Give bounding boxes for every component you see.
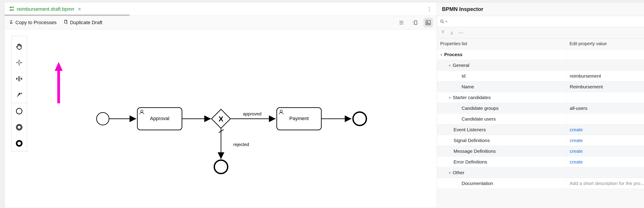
task-approval-label: Approval xyxy=(150,116,170,121)
prop-id-value[interactable]: reimbursement xyxy=(566,71,644,81)
copy-to-processes-button[interactable]: Copy to Processes xyxy=(9,20,57,26)
diagram-canvas[interactable]: Approval X approved r xyxy=(5,29,437,208)
nav-minus-icon[interactable]: — xyxy=(458,30,464,36)
properties-tree: ∨Process ∨General Id reimbursement Name … xyxy=(437,49,644,189)
annotation-arrow-icon xyxy=(53,62,64,105)
svg-rect-4 xyxy=(414,21,417,24)
svg-point-10 xyxy=(18,126,21,129)
tree-starter-candidates[interactable]: ∨Starter candidates xyxy=(437,92,566,103)
flow-rejected-label: rejected xyxy=(233,142,249,147)
create-event-listeners-link[interactable]: create xyxy=(570,127,583,132)
view-diagram-icon[interactable] xyxy=(424,18,433,27)
file-tab-label: reimbursement.draft.bpmn xyxy=(17,6,74,12)
task-payment-label: Payment xyxy=(290,116,309,121)
prop-documentation-value[interactable]: Add a short description for the pro... xyxy=(566,178,644,188)
svg-point-0 xyxy=(10,7,11,8)
svg-point-8 xyxy=(16,108,22,114)
start-event[interactable] xyxy=(96,113,109,125)
svg-marker-13 xyxy=(55,62,63,71)
properties-columns-header: Properties list Edit property value xyxy=(437,39,644,49)
bpmn-diagram[interactable]: Approval X approved r xyxy=(90,92,402,186)
create-signal-definitions-link[interactable]: create xyxy=(570,138,583,143)
flow-rejected[interactable] xyxy=(219,128,224,159)
hand-tool-icon[interactable] xyxy=(12,39,27,55)
svg-point-6 xyxy=(427,22,428,22)
nav-up-icon[interactable] xyxy=(441,30,445,35)
start-event-tool-icon[interactable] xyxy=(12,103,27,119)
lasso-tool-icon[interactable] xyxy=(12,55,27,71)
prop-signal-definitions-label: Signal Definitions xyxy=(437,135,566,146)
editor-pane: reimbursement.draft.bpmn ✕ ⋮ Copy to Pro… xyxy=(4,2,437,208)
prop-name-label: Name xyxy=(437,81,566,92)
inspector-pane: BPMN Inspector — Properties list Edit pr… xyxy=(437,2,644,208)
svg-rect-1 xyxy=(11,7,14,8)
end-event-tool-icon[interactable] xyxy=(12,135,27,151)
close-tab-icon[interactable]: ✕ xyxy=(78,7,82,12)
intermediate-event-tool-icon[interactable] xyxy=(12,119,27,135)
duplicate-draft-button[interactable]: Duplicate Draft xyxy=(63,20,102,26)
copy-to-processes-label: Copy to Processes xyxy=(16,20,57,26)
chevron-down-icon xyxy=(445,20,448,23)
prop-candidate-groups-value[interactable]: all-users xyxy=(566,103,644,113)
prop-event-listeners-label: Event Listeners xyxy=(437,124,566,135)
editor-toolbar: Copy to Processes Duplicate Draft xyxy=(5,16,437,29)
tree-general[interactable]: ∨General xyxy=(437,60,566,70)
svg-point-11 xyxy=(17,141,22,146)
bpmn-file-icon xyxy=(9,6,14,12)
connect-tool-icon[interactable] xyxy=(12,87,27,103)
gateway-marker-icon: X xyxy=(218,115,224,123)
tab-bar: reimbursement.draft.bpmn ✕ ⋮ xyxy=(5,3,437,16)
space-tool-icon[interactable] xyxy=(12,71,27,87)
duplicate-icon xyxy=(63,20,68,26)
prop-error-definitions-label: Error Definitions xyxy=(437,157,566,167)
nav-down-icon[interactable] xyxy=(450,30,454,35)
flow-approved-label: approved xyxy=(243,111,261,116)
col-header-value: Edit property value xyxy=(566,39,644,49)
prop-documentation-label: Documentation xyxy=(437,178,566,188)
inspector-nav-arrows: — xyxy=(437,27,644,39)
svg-point-19 xyxy=(441,20,443,22)
create-error-definitions-link[interactable]: create xyxy=(570,159,583,165)
prop-candidate-users-value[interactable] xyxy=(566,114,644,124)
search-icon xyxy=(440,19,445,24)
prop-name-value[interactable]: Reimbursement xyxy=(566,81,644,92)
copy-to-processes-icon xyxy=(9,20,14,26)
tab-underline xyxy=(5,15,130,16)
prop-candidate-groups-label: Candidate groups xyxy=(437,103,566,113)
tab-overflow-menu-icon[interactable]: ⋮ xyxy=(422,6,437,12)
end-event[interactable] xyxy=(353,112,366,126)
file-tab[interactable]: reimbursement.draft.bpmn ✕ xyxy=(5,3,86,16)
tree-process[interactable]: ∨Process xyxy=(437,49,566,60)
duplicate-draft-label: Duplicate Draft xyxy=(70,20,102,26)
svg-point-2 xyxy=(10,10,11,11)
col-header-properties: Properties list xyxy=(437,39,566,49)
tree-other[interactable]: ∨Other xyxy=(437,167,566,178)
create-message-definitions-link[interactable]: create xyxy=(570,149,583,154)
view-list-icon[interactable] xyxy=(397,18,406,27)
prop-candidate-users-label: Candidate users xyxy=(437,114,566,124)
end-event-rejected[interactable] xyxy=(214,160,228,174)
inspector-search[interactable] xyxy=(437,16,644,27)
svg-rect-7 xyxy=(18,62,20,64)
inspector-title: BPMN Inspector xyxy=(437,3,644,16)
view-split-icon[interactable] xyxy=(410,18,420,27)
tool-palette xyxy=(11,36,27,152)
prop-id-label: Id xyxy=(437,71,566,81)
prop-message-definitions-label: Message Definitions xyxy=(437,146,566,156)
svg-rect-3 xyxy=(11,10,14,11)
